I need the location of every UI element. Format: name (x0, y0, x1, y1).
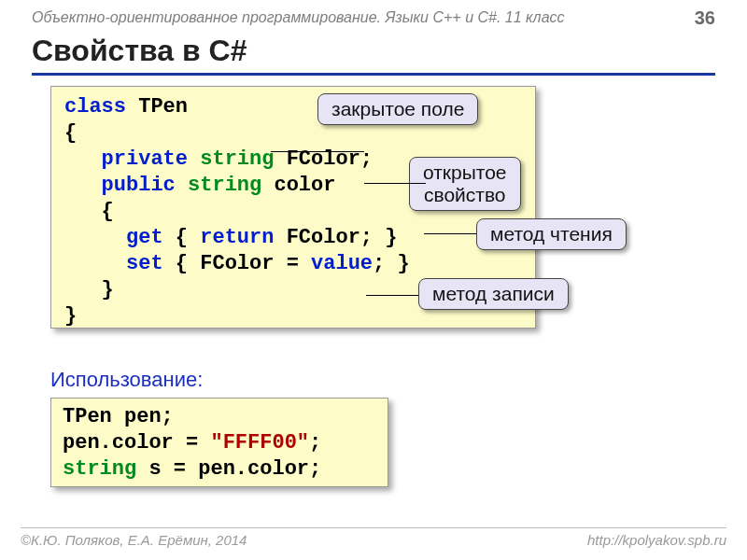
slide-title: Свойства в C# (32, 34, 247, 68)
set-body: { FColor = (163, 252, 311, 275)
page-number: 36 (695, 7, 715, 29)
header: Объектно-ориентированное программировани… (32, 7, 715, 28)
brace: } (64, 304, 77, 328)
usage-line1: TPen pen; (63, 405, 174, 428)
prop-color: color (261, 174, 335, 197)
typename: TPen (126, 95, 188, 119)
connector (424, 233, 476, 234)
callout-line: открытое (423, 161, 507, 183)
brace: { (163, 226, 201, 249)
course-title: Объектно-ориентированное программировани… (32, 9, 565, 26)
semicolon: ; (309, 431, 321, 455)
set-rest: ; } (373, 252, 410, 275)
brace: } (64, 278, 114, 301)
connector (366, 295, 418, 296)
slide: Объектно-ориентированное программировани… (0, 0, 747, 560)
get-body: FColor; } (274, 226, 397, 249)
kw-public: public (64, 174, 188, 197)
connector (271, 151, 364, 152)
type-string: string (200, 147, 274, 171)
kw-value: value (311, 252, 373, 275)
footer-url: http://kpolyakov.spb.ru (587, 532, 726, 549)
usage-line3b: s = pen.color; (136, 457, 321, 481)
kw-get: get (64, 226, 163, 249)
copyright: ©К.Ю. Поляков, Е.А. Ерёмин, 2014 (21, 532, 247, 549)
callout-public-property: открытое свойство (409, 157, 521, 211)
type-string: string (188, 174, 261, 197)
kw-class: class (64, 95, 126, 119)
callout-setter: метод записи (418, 278, 569, 310)
brace: { (64, 121, 77, 145)
string-literal: "FFFF00" (210, 431, 309, 455)
footer: ©К.Ю. Поляков, Е.А. Ерёмин, 2014 http://… (21, 527, 726, 549)
title-underline (32, 73, 715, 76)
type-string: string (63, 457, 136, 481)
callout-getter: метод чтения (476, 218, 627, 250)
callout-private-field: закрытое поле (317, 93, 478, 125)
kw-return: return (200, 226, 274, 249)
kw-set: set (64, 252, 163, 275)
callout-line: свойство (424, 184, 506, 205)
usage-label: Использование: (50, 368, 203, 392)
usage-line2a: pen.color = (63, 431, 210, 455)
code-block-usage: TPen pen; pen.color = "FFFF00"; string s… (50, 398, 388, 487)
brace: { (64, 200, 114, 223)
kw-private: private (64, 147, 200, 171)
connector (364, 183, 426, 184)
